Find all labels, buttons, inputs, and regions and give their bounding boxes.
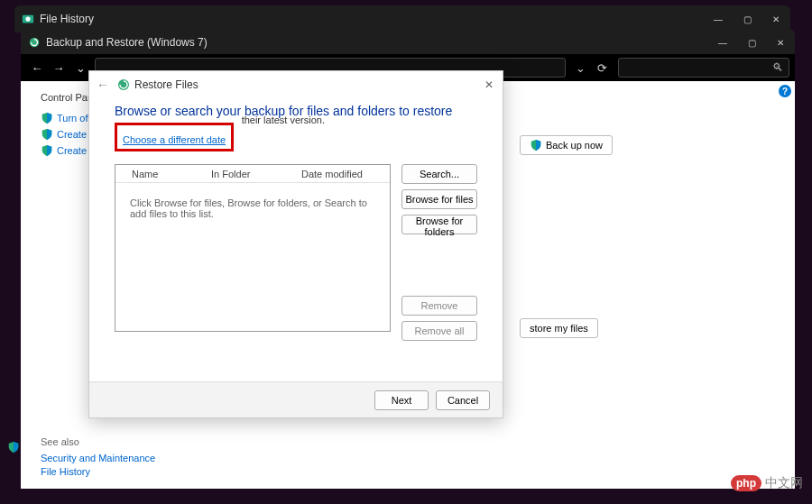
choose-different-date-link[interactable]: Choose a different date	[123, 134, 226, 145]
restore-files-dialog: ← Restore Files ✕ Browse or search your …	[88, 70, 503, 418]
button-label: Back up now	[546, 140, 603, 151]
file-list-empty-message: Click Browse for files, Browse for folde…	[115, 183, 390, 234]
maximize-button[interactable]: ▢	[737, 29, 766, 56]
back-up-now-button[interactable]: Back up now	[520, 135, 613, 155]
browse-for-files-button[interactable]: Browse for files	[401, 189, 477, 209]
see-also-section: See also Security and Maintenance File H…	[41, 436, 155, 480]
column-date-modified[interactable]: Date modified	[285, 169, 363, 179]
taskbar-shield-icon[interactable]	[7, 441, 20, 454]
see-also-heading: See also	[41, 436, 155, 447]
info-icon[interactable]: ?	[779, 85, 791, 97]
see-also-link[interactable]: Security and Maintenance	[41, 453, 155, 463]
remove-all-button[interactable]: Remove all	[401, 321, 477, 341]
watermark: php 中文网	[731, 475, 803, 491]
restore-my-files-button[interactable]: store my files	[520, 318, 598, 338]
nav-forward-button[interactable]: →	[48, 57, 69, 78]
dialog-close-button[interactable]: ✕	[481, 77, 497, 93]
window-title: Backup and Restore (Windows 7)	[46, 36, 208, 49]
address-dropdown-button[interactable]: ⌄	[569, 58, 591, 78]
browse-for-folders-button[interactable]: Browse for folders	[401, 215, 477, 234]
search-box[interactable]: 🔍︎	[618, 58, 789, 78]
highlight-annotation: Choose a different date	[115, 123, 234, 151]
column-in-folder[interactable]: In Folder	[195, 169, 285, 179]
refresh-button[interactable]: ⟳	[591, 58, 613, 78]
dialog-subtext: their latest version.	[242, 115, 325, 125]
shield-icon	[530, 139, 542, 151]
nav-back-button[interactable]: ←	[26, 57, 48, 78]
dialog-title: Restore Files	[134, 78, 198, 91]
cancel-button[interactable]: Cancel	[436, 390, 490, 410]
close-button[interactable]: ✕	[766, 29, 795, 56]
window-titlebar-backup-restore: Backup and Restore (Windows 7) ― ▢ ✕	[21, 29, 795, 56]
file-list-header: Name In Folder Date modified	[115, 165, 390, 183]
dialog-back-button[interactable]: ←	[97, 78, 113, 92]
shield-icon	[41, 112, 53, 124]
shield-icon	[41, 144, 53, 157]
svg-point-1	[25, 16, 30, 21]
next-button[interactable]: Next	[374, 390, 429, 410]
dialog-footer: Next Cancel	[89, 381, 503, 417]
file-history-icon	[22, 13, 34, 25]
button-label: store my files	[530, 323, 588, 334]
window-title: File History	[40, 13, 94, 25]
watermark-text: 中文网	[765, 475, 803, 491]
remove-button[interactable]: Remove	[401, 296, 477, 316]
backup-restore-icon	[28, 36, 41, 49]
see-also-link[interactable]: File History	[41, 466, 155, 477]
column-name[interactable]: Name	[115, 169, 195, 179]
php-badge: php	[731, 475, 761, 491]
restore-files-icon	[116, 78, 131, 92]
search-button[interactable]: Search...	[401, 164, 477, 184]
file-list: Name In Folder Date modified Click Brows…	[115, 164, 391, 332]
shield-icon	[41, 128, 53, 141]
search-icon: 🔍︎	[772, 61, 783, 74]
dialog-header: ← Restore Files ✕	[89, 71, 503, 98]
minimize-button[interactable]: ―	[708, 29, 737, 56]
